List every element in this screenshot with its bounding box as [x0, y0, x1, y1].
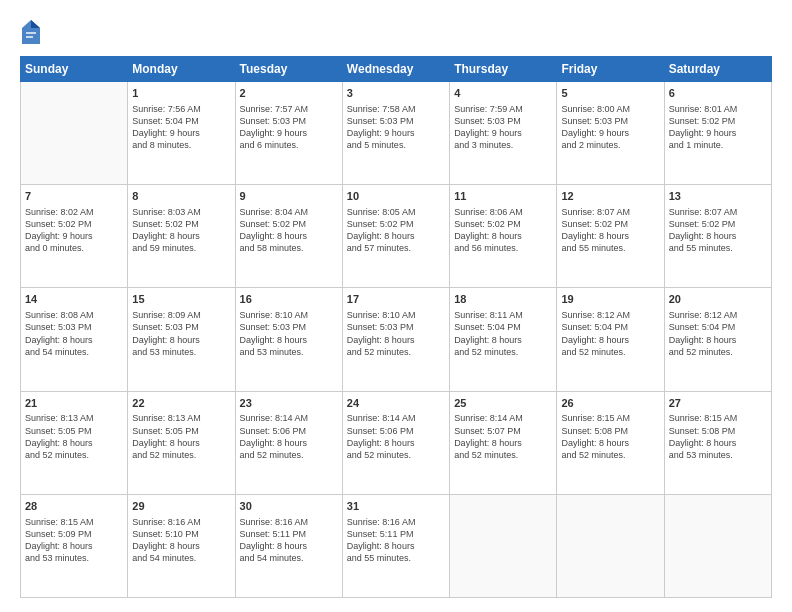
day-info: Sunrise: 8:15 AM Sunset: 5:08 PM Dayligh… — [561, 412, 659, 461]
day-info: Sunrise: 8:13 AM Sunset: 5:05 PM Dayligh… — [132, 412, 230, 461]
calendar-cell: 27Sunrise: 8:15 AM Sunset: 5:08 PM Dayli… — [664, 391, 771, 494]
day-number: 4 — [454, 86, 552, 101]
week-row-3: 21Sunrise: 8:13 AM Sunset: 5:05 PM Dayli… — [21, 391, 772, 494]
day-info: Sunrise: 8:07 AM Sunset: 5:02 PM Dayligh… — [561, 206, 659, 255]
day-number: 8 — [132, 189, 230, 204]
day-info: Sunrise: 8:01 AM Sunset: 5:02 PM Dayligh… — [669, 103, 767, 152]
calendar-cell: 8Sunrise: 8:03 AM Sunset: 5:02 PM Daylig… — [128, 185, 235, 288]
day-info: Sunrise: 8:10 AM Sunset: 5:03 PM Dayligh… — [240, 309, 338, 358]
calendar-cell: 12Sunrise: 8:07 AM Sunset: 5:02 PM Dayli… — [557, 185, 664, 288]
logo-icon — [20, 18, 42, 46]
day-info: Sunrise: 8:03 AM Sunset: 5:02 PM Dayligh… — [132, 206, 230, 255]
day-info: Sunrise: 8:00 AM Sunset: 5:03 PM Dayligh… — [561, 103, 659, 152]
calendar-cell: 6Sunrise: 8:01 AM Sunset: 5:02 PM Daylig… — [664, 82, 771, 185]
day-info: Sunrise: 8:12 AM Sunset: 5:04 PM Dayligh… — [669, 309, 767, 358]
day-number: 9 — [240, 189, 338, 204]
calendar-cell: 17Sunrise: 8:10 AM Sunset: 5:03 PM Dayli… — [342, 288, 449, 391]
day-number: 29 — [132, 499, 230, 514]
day-info: Sunrise: 8:06 AM Sunset: 5:02 PM Dayligh… — [454, 206, 552, 255]
logo — [20, 18, 46, 46]
day-number: 31 — [347, 499, 445, 514]
day-info: Sunrise: 8:16 AM Sunset: 5:11 PM Dayligh… — [240, 516, 338, 565]
day-number: 22 — [132, 396, 230, 411]
week-row-4: 28Sunrise: 8:15 AM Sunset: 5:09 PM Dayli… — [21, 494, 772, 597]
day-number: 16 — [240, 292, 338, 307]
day-info: Sunrise: 8:16 AM Sunset: 5:10 PM Dayligh… — [132, 516, 230, 565]
day-number: 18 — [454, 292, 552, 307]
calendar-cell: 24Sunrise: 8:14 AM Sunset: 5:06 PM Dayli… — [342, 391, 449, 494]
weekday-header-wednesday: Wednesday — [342, 57, 449, 82]
calendar-cell: 9Sunrise: 8:04 AM Sunset: 5:02 PM Daylig… — [235, 185, 342, 288]
day-info: Sunrise: 8:12 AM Sunset: 5:04 PM Dayligh… — [561, 309, 659, 358]
calendar-cell: 7Sunrise: 8:02 AM Sunset: 5:02 PM Daylig… — [21, 185, 128, 288]
calendar-cell: 11Sunrise: 8:06 AM Sunset: 5:02 PM Dayli… — [450, 185, 557, 288]
page: SundayMondayTuesdayWednesdayThursdayFrid… — [0, 0, 792, 612]
svg-marker-1 — [31, 20, 40, 28]
day-info: Sunrise: 8:14 AM Sunset: 5:06 PM Dayligh… — [347, 412, 445, 461]
calendar-cell — [21, 82, 128, 185]
calendar-cell — [664, 494, 771, 597]
day-number: 26 — [561, 396, 659, 411]
calendar-cell: 21Sunrise: 8:13 AM Sunset: 5:05 PM Dayli… — [21, 391, 128, 494]
day-info: Sunrise: 8:11 AM Sunset: 5:04 PM Dayligh… — [454, 309, 552, 358]
calendar-cell: 1Sunrise: 7:56 AM Sunset: 5:04 PM Daylig… — [128, 82, 235, 185]
week-row-0: 1Sunrise: 7:56 AM Sunset: 5:04 PM Daylig… — [21, 82, 772, 185]
day-info: Sunrise: 8:07 AM Sunset: 5:02 PM Dayligh… — [669, 206, 767, 255]
day-info: Sunrise: 8:16 AM Sunset: 5:11 PM Dayligh… — [347, 516, 445, 565]
day-number: 12 — [561, 189, 659, 204]
calendar-cell: 5Sunrise: 8:00 AM Sunset: 5:03 PM Daylig… — [557, 82, 664, 185]
svg-rect-2 — [26, 32, 36, 34]
day-number: 14 — [25, 292, 123, 307]
calendar-cell — [557, 494, 664, 597]
calendar-cell: 30Sunrise: 8:16 AM Sunset: 5:11 PM Dayli… — [235, 494, 342, 597]
day-info: Sunrise: 8:13 AM Sunset: 5:05 PM Dayligh… — [25, 412, 123, 461]
calendar-cell: 29Sunrise: 8:16 AM Sunset: 5:10 PM Dayli… — [128, 494, 235, 597]
day-number: 6 — [669, 86, 767, 101]
day-number: 19 — [561, 292, 659, 307]
weekday-header-monday: Monday — [128, 57, 235, 82]
day-number: 7 — [25, 189, 123, 204]
calendar-cell — [450, 494, 557, 597]
weekday-header-saturday: Saturday — [664, 57, 771, 82]
day-info: Sunrise: 8:15 AM Sunset: 5:08 PM Dayligh… — [669, 412, 767, 461]
day-number: 1 — [132, 86, 230, 101]
calendar-cell: 28Sunrise: 8:15 AM Sunset: 5:09 PM Dayli… — [21, 494, 128, 597]
weekday-header-thursday: Thursday — [450, 57, 557, 82]
day-number: 28 — [25, 499, 123, 514]
day-number: 3 — [347, 86, 445, 101]
day-info: Sunrise: 8:05 AM Sunset: 5:02 PM Dayligh… — [347, 206, 445, 255]
calendar-cell: 26Sunrise: 8:15 AM Sunset: 5:08 PM Dayli… — [557, 391, 664, 494]
calendar-cell: 25Sunrise: 8:14 AM Sunset: 5:07 PM Dayli… — [450, 391, 557, 494]
calendar-cell: 15Sunrise: 8:09 AM Sunset: 5:03 PM Dayli… — [128, 288, 235, 391]
weekday-header-row: SundayMondayTuesdayWednesdayThursdayFrid… — [21, 57, 772, 82]
calendar-cell: 16Sunrise: 8:10 AM Sunset: 5:03 PM Dayli… — [235, 288, 342, 391]
weekday-header-friday: Friday — [557, 57, 664, 82]
day-info: Sunrise: 7:59 AM Sunset: 5:03 PM Dayligh… — [454, 103, 552, 152]
calendar-cell: 4Sunrise: 7:59 AM Sunset: 5:03 PM Daylig… — [450, 82, 557, 185]
weekday-header-tuesday: Tuesday — [235, 57, 342, 82]
day-number: 17 — [347, 292, 445, 307]
week-row-2: 14Sunrise: 8:08 AM Sunset: 5:03 PM Dayli… — [21, 288, 772, 391]
day-number: 24 — [347, 396, 445, 411]
calendar-cell: 3Sunrise: 7:58 AM Sunset: 5:03 PM Daylig… — [342, 82, 449, 185]
day-number: 27 — [669, 396, 767, 411]
calendar-cell: 13Sunrise: 8:07 AM Sunset: 5:02 PM Dayli… — [664, 185, 771, 288]
calendar-cell: 18Sunrise: 8:11 AM Sunset: 5:04 PM Dayli… — [450, 288, 557, 391]
day-number: 10 — [347, 189, 445, 204]
day-info: Sunrise: 7:57 AM Sunset: 5:03 PM Dayligh… — [240, 103, 338, 152]
calendar-cell: 23Sunrise: 8:14 AM Sunset: 5:06 PM Dayli… — [235, 391, 342, 494]
day-info: Sunrise: 8:02 AM Sunset: 5:02 PM Dayligh… — [25, 206, 123, 255]
day-info: Sunrise: 8:15 AM Sunset: 5:09 PM Dayligh… — [25, 516, 123, 565]
day-number: 2 — [240, 86, 338, 101]
calendar-cell: 14Sunrise: 8:08 AM Sunset: 5:03 PM Dayli… — [21, 288, 128, 391]
day-info: Sunrise: 8:14 AM Sunset: 5:07 PM Dayligh… — [454, 412, 552, 461]
day-number: 13 — [669, 189, 767, 204]
day-number: 11 — [454, 189, 552, 204]
calendar-cell: 20Sunrise: 8:12 AM Sunset: 5:04 PM Dayli… — [664, 288, 771, 391]
day-number: 30 — [240, 499, 338, 514]
day-number: 23 — [240, 396, 338, 411]
calendar-cell: 19Sunrise: 8:12 AM Sunset: 5:04 PM Dayli… — [557, 288, 664, 391]
day-info: Sunrise: 7:58 AM Sunset: 5:03 PM Dayligh… — [347, 103, 445, 152]
calendar-cell: 10Sunrise: 8:05 AM Sunset: 5:02 PM Dayli… — [342, 185, 449, 288]
day-info: Sunrise: 8:04 AM Sunset: 5:02 PM Dayligh… — [240, 206, 338, 255]
